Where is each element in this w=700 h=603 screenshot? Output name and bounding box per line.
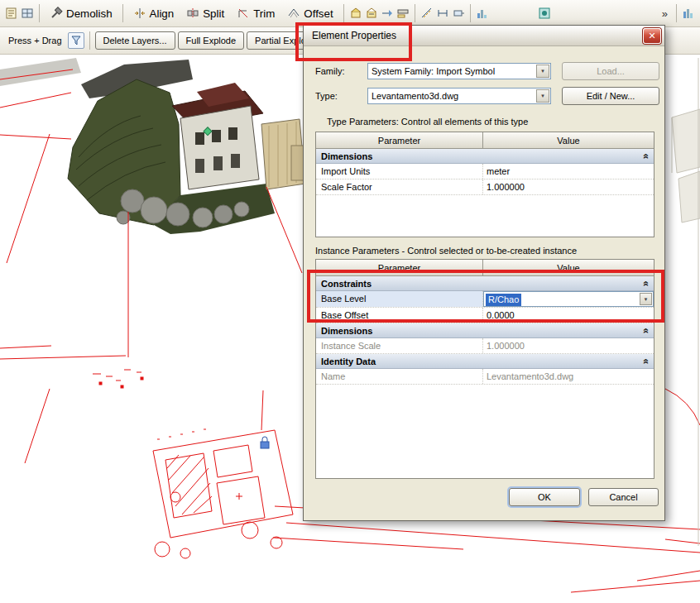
table-row-scale-factor[interactable]: Scale Factor 1.000000: [316, 179, 654, 195]
group-row-dimensions[interactable]: Dimensions »: [316, 323, 654, 338]
measure-tool-icon[interactable]: [420, 7, 434, 20]
full-explode-button[interactable]: Full Explode: [178, 31, 245, 50]
toolbar-overflow-chevron[interactable]: »: [659, 7, 671, 20]
house-3d-model: [68, 60, 309, 234]
instance-parameters-table: Parameter Value Constraints » Base Level…: [315, 259, 654, 479]
dropdown-arrow-icon[interactable]: ▼: [536, 89, 549, 103]
toolbar-separator: [39, 4, 40, 22]
group-row-constraints[interactable]: Constraints »: [316, 276, 654, 291]
param-name: Base Level: [316, 291, 483, 307]
column-header-parameter[interactable]: Parameter: [316, 260, 483, 275]
group-row-identity-data[interactable]: Identity Data »: [316, 354, 654, 369]
family-value: System Family: Import Symbol: [372, 66, 495, 76]
room-tool-icon[interactable]: [349, 7, 362, 20]
arrow-tool-icon[interactable]: [381, 7, 394, 20]
terrain-edge: [0, 58, 81, 86]
press-drag-label: Press + Drag: [5, 36, 65, 45]
param-value: 1.000000: [483, 338, 654, 353]
dialog-titlebar[interactable]: Element Properties ✕: [304, 26, 664, 46]
param-name: Base Offset: [316, 308, 483, 323]
table-row-name[interactable]: Name Levantamento3d.dwg: [316, 369, 654, 385]
offset-button[interactable]: Offset: [282, 3, 338, 23]
base-level-combobox[interactable]: R/Chao ▼: [483, 291, 654, 307]
toolbar-separator: [470, 4, 471, 22]
column-header-value[interactable]: Value: [483, 260, 654, 275]
param-value[interactable]: 0.0000: [483, 308, 654, 323]
offset-icon: [287, 7, 300, 20]
param-name: Name: [316, 369, 483, 384]
grid-window-icon[interactable]: [21, 7, 34, 20]
trim-icon: [237, 7, 250, 20]
dynamic-view-icon[interactable]: [538, 7, 551, 20]
toolbar-separator: [122, 4, 123, 22]
align-button[interactable]: Align: [128, 3, 180, 23]
table-header-row: Parameter Value: [316, 260, 654, 276]
table-row-base-level[interactable]: Base Level R/Chao ▼: [316, 291, 654, 308]
columns-icon[interactable]: [682, 7, 695, 20]
dimension-tool-icon[interactable]: [436, 7, 449, 20]
demolish-button[interactable]: Demolish: [45, 3, 117, 23]
dropdown-arrow-icon[interactable]: ▼: [536, 65, 549, 78]
filter-icon[interactable]: [68, 32, 84, 49]
hammer-icon: [50, 7, 63, 20]
document-icon[interactable]: [5, 7, 18, 20]
table-row-base-offset[interactable]: Base Offset 0.0000: [316, 308, 654, 323]
table-header-row: Parameter Value: [316, 132, 654, 149]
table-row-instance-scale[interactable]: Instance Scale 1.000000: [316, 338, 654, 354]
cancel-button[interactable]: Cancel: [588, 488, 659, 506]
delete-layers-button[interactable]: Delete Layers...: [95, 31, 175, 50]
split-button[interactable]: Split: [181, 3, 229, 23]
trim-button[interactable]: Trim: [232, 3, 280, 23]
close-icon[interactable]: ✕: [643, 28, 661, 44]
element-properties-dialog: Element Properties ✕ Family: System Fami…: [303, 25, 665, 521]
chart-tool-icon[interactable]: [476, 7, 489, 20]
demolish-label: Demolish: [66, 7, 113, 20]
main-toolbar: Demolish Align Split Trim Offset: [0, 0, 700, 27]
tag-tool-icon[interactable]: [452, 7, 465, 20]
type-parameters-table: Parameter Value Dimensions » Import Unit…: [315, 132, 654, 237]
split-icon: [186, 7, 199, 20]
collapse-chevron-icon[interactable]: »: [642, 328, 650, 333]
param-name: Scale Factor: [316, 179, 483, 194]
edit-new-button[interactable]: Edit / New...: [562, 87, 659, 105]
site-plan-linework: [153, 429, 293, 548]
type-label: Type:: [315, 91, 338, 101]
param-name: Instance Scale: [316, 338, 483, 353]
param-value: Levantamento3d.dwg: [483, 369, 654, 384]
dialog-title: Element Properties: [312, 30, 396, 41]
group-label: Dimensions: [321, 151, 372, 161]
toolbar-separator: [343, 4, 344, 22]
column-header-parameter[interactable]: Parameter: [316, 132, 483, 148]
trim-label: Trim: [253, 7, 275, 20]
room-tag-tool-icon[interactable]: [365, 7, 378, 20]
pin-lock-icon[interactable]: [261, 437, 269, 448]
type-select[interactable]: Levantamento3d.dwg ▼: [367, 88, 551, 104]
base-level-value[interactable]: R/Chao: [486, 294, 521, 306]
align-icon: [133, 7, 146, 20]
group-row-dimensions[interactable]: Dimensions »: [316, 149, 654, 164]
group-label: Constraints: [321, 279, 372, 289]
ok-button[interactable]: OK: [509, 488, 580, 506]
table-row-import-units[interactable]: Import Units meter: [316, 164, 654, 179]
family-label: Family:: [315, 66, 344, 76]
group-label: Dimensions: [321, 326, 372, 336]
collapse-chevron-icon[interactable]: »: [642, 280, 650, 286]
dropdown-arrow-icon[interactable]: ▼: [640, 293, 652, 305]
wall-tool-icon[interactable]: [396, 7, 410, 20]
param-value[interactable]: meter: [483, 164, 654, 179]
align-label: Align: [150, 7, 175, 20]
family-select[interactable]: System Family: Import Symbol ▼: [367, 63, 551, 79]
collapse-chevron-icon[interactable]: »: [642, 153, 650, 159]
load-button[interactable]: Load...: [562, 62, 659, 80]
toolbar-separator: [89, 31, 90, 50]
type-parameters-caption: Type Parameters: Control all elements of…: [327, 117, 528, 127]
type-value: Levantamento3d.dwg: [372, 91, 458, 101]
offset-label: Offset: [304, 7, 333, 20]
group-label: Identity Data: [321, 357, 376, 366]
column-header-value[interactable]: Value: [483, 132, 654, 148]
toolbar-separator: [676, 4, 677, 22]
param-value[interactable]: 1.000000: [483, 179, 654, 194]
collapse-chevron-icon[interactable]: »: [642, 358, 650, 364]
param-name: Import Units: [316, 164, 483, 179]
adjacent-view-preview: [672, 109, 700, 223]
